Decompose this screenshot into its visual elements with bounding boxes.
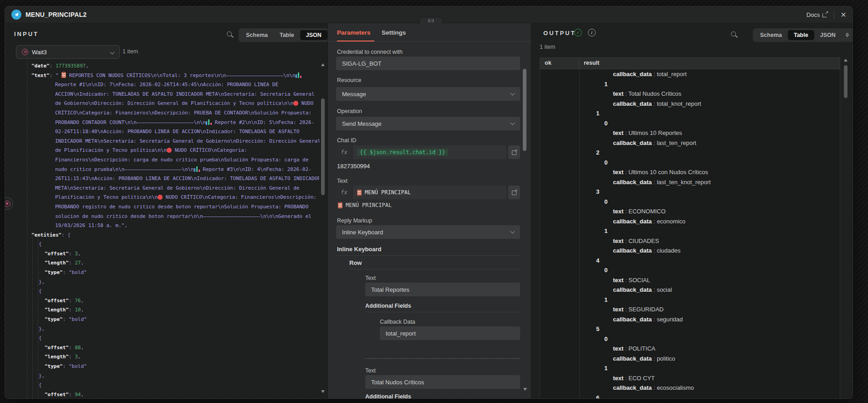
panel-drag-handle[interactable]: [419, 17, 443, 24]
code-token: ACCION\nIndicador: TONELADAS DE ASFALTO …: [55, 91, 315, 97]
input-panel-title: INPUT: [14, 31, 39, 37]
scroll-down-arrow[interactable]: [321, 390, 325, 393]
parameters-scrollbar[interactable]: [523, 69, 526, 151]
tab-parameters[interactable]: Parameters: [337, 29, 371, 36]
input-json-viewer[interactable]: "date": 1773935897,"text": " REPORTES CO…: [10, 62, 319, 398]
button-text-input[interactable]: Total Nudos Críticos: [365, 375, 520, 389]
code-token: :: [50, 72, 56, 78]
output-table-row: text : ECO CYT: [579, 373, 840, 383]
output-tab-json[interactable]: JSON: [814, 30, 842, 40]
text-expression-input[interactable]: fx MENÚ PRINCIPAL: [336, 186, 506, 199]
input-search-icon[interactable]: [227, 31, 234, 38]
credential-label: Credential to connect with: [337, 49, 403, 55]
input-items-count: 1 item: [123, 48, 138, 55]
text-resolved-value: MENÚ PRINCIPAL: [338, 202, 392, 208]
code-token: PROBANDO registro de nudo critico desde …: [55, 204, 308, 210]
code-token: Financieros\nDescripción: carga de nudo …: [55, 157, 308, 163]
operation-select[interactable]: Send Message: [336, 117, 520, 130]
column-header-ok[interactable]: ok: [540, 58, 579, 69]
text-label: Text: [337, 178, 347, 184]
active-tab-underline: [337, 41, 374, 41]
code-line: 19/03/2026 11:58 a. m.",: [10, 221, 319, 231]
code-token: META\nSecretaría: Secretaria General de …: [55, 185, 299, 191]
scroll-up-arrow[interactable]: [844, 59, 848, 62]
chevron-down-icon: [511, 121, 515, 125]
chevron-down-icon: [110, 50, 115, 54]
code-line: {: [10, 287, 319, 296]
reply-markup-select[interactable]: Inline Keyboard: [336, 225, 520, 239]
output-table-row: callback_data : politico: [579, 354, 840, 364]
chat-id-label: Chat ID: [337, 137, 356, 144]
code-token: "entities": [31, 232, 61, 238]
code-token: "type": [45, 363, 63, 369]
resource-label: Resource: [337, 77, 362, 83]
success-check-icon: ✓: [574, 29, 582, 36]
code-token: "bold": [69, 316, 87, 322]
chat-id-resolved-value: 1827350994: [337, 163, 370, 170]
input-node-selector-value: Wait3: [32, 49, 107, 56]
code-line: },: [10, 325, 319, 334]
code-token: "text": [31, 72, 50, 78]
column-header-result[interactable]: result: [579, 58, 604, 69]
pin-data-button[interactable]: [841, 28, 853, 42]
input-tab-schema[interactable]: Schema: [240, 30, 274, 40]
reply-markup-value: Inline Keyboard: [342, 229, 383, 236]
output-table-body[interactable]: callback_data : total_report1text : Tota…: [540, 69, 840, 398]
credential-select[interactable]: SIGA-LG_BOT: [336, 57, 520, 70]
code-token: "bold": [69, 269, 87, 275]
output-tab-schema[interactable]: Schema: [754, 30, 788, 40]
scroll-down-arrow[interactable]: [523, 388, 527, 391]
clipboard-emoji: [357, 190, 362, 196]
code-line: 26T11:15:43\nAcción: PROBANDO LINEA DE A…: [10, 174, 319, 184]
code-line: Reporte #1\n\nID: 7\nFecha: 2026-02-26T1…: [10, 80, 319, 90]
resource-select[interactable]: Message: [336, 87, 520, 101]
output-search-icon[interactable]: [731, 31, 738, 38]
bar-chart-emoji: [194, 166, 200, 172]
tab-settings[interactable]: Settings: [382, 29, 406, 36]
output-tab-table[interactable]: Table: [788, 30, 814, 40]
info-icon[interactable]: i: [588, 29, 596, 36]
code-line: "length": 10,: [10, 305, 319, 315]
close-icon[interactable]: ×: [841, 10, 846, 19]
output-table-row: 5: [579, 324, 840, 334]
code-token: "offset": [45, 251, 69, 257]
code-token: 10: [75, 307, 81, 313]
code-token: "length": [45, 260, 69, 266]
code-token: nudo critico prueba\n\n—————————————————…: [55, 166, 194, 172]
code-token: NUDO: [298, 100, 313, 106]
button-text-input[interactable]: Total Reportes: [365, 283, 520, 296]
code-token: "offset": [45, 298, 69, 304]
code-token: :: [69, 345, 75, 351]
bar-chart-emoji: [296, 72, 301, 78]
input-scrollbar[interactable]: [321, 98, 325, 195]
input-tab-table[interactable]: Table: [274, 30, 300, 40]
open-expression-editor-button[interactable]: [508, 186, 520, 199]
output-table-row: 3: [579, 187, 840, 197]
expand-icon: [512, 190, 517, 195]
docs-link[interactable]: Docs: [807, 11, 828, 18]
parameters-panel: Parameters Settings Credential to connec…: [327, 23, 531, 398]
node-title: MENU_PRINCIPAL2: [26, 11, 87, 18]
code-line: "text": " REPORTES CON NUDOS CRÍTICOS\n\…: [10, 71, 319, 81]
callback-data-label: Callback Data: [380, 319, 415, 325]
code-token: "length": [45, 354, 69, 360]
output-table-row: 0: [579, 197, 840, 207]
code-token: "type": [45, 269, 63, 275]
input-tab-json[interactable]: JSON: [300, 30, 327, 40]
node-details-view: MENU_PRINCIPAL2 Docs × INPUT Schema Tabl…: [5, 6, 853, 399]
output-table-row: 1: [579, 79, 840, 89]
code-line: PROBANDO CONTADOR COUNT\n\n—————————————…: [10, 118, 319, 128]
callback-data-input[interactable]: total_report: [380, 326, 520, 340]
open-expression-editor-button[interactable]: [508, 145, 520, 159]
output-items-count: 1 item: [540, 44, 555, 50]
input-node-selector[interactable]: Wait3: [16, 45, 120, 59]
output-scrollbar[interactable]: [844, 65, 848, 98]
scroll-up-arrow[interactable]: [321, 63, 325, 66]
code-token: REPORTES CON NUDOS CRÍTICOS\n\nTotal: 3 …: [66, 72, 295, 78]
telegram-node-icon: [11, 10, 21, 20]
code-token: 94: [75, 392, 81, 398]
operation-label: Operation: [337, 108, 362, 114]
red-circle-emoji: [293, 101, 298, 106]
chat-id-expression-input[interactable]: fx {{ $json.result.chat.id }}: [336, 145, 506, 159]
output-table-row: 4: [579, 256, 840, 266]
